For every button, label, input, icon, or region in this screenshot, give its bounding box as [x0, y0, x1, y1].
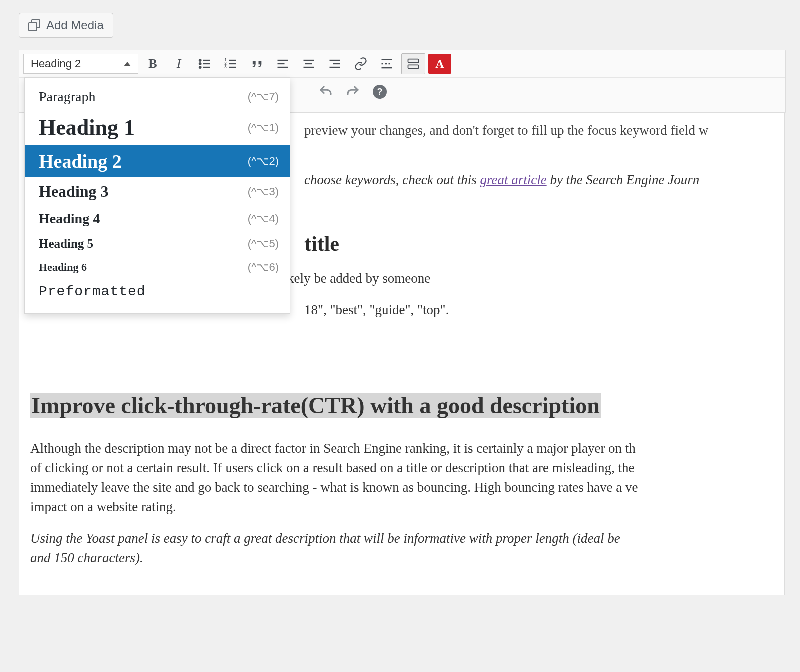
format-selector-value: Heading 2 — [31, 58, 81, 70]
blockquote-button[interactable] — [246, 54, 268, 74]
format-option-heading-1[interactable]: Heading 1 (^⌥1) — [25, 110, 290, 146]
text-color-button[interactable]: A — [428, 54, 452, 74]
editor-paragraph: impact on a website rating. — [30, 498, 774, 517]
format-option-shortcut: (^⌥6) — [248, 261, 279, 274]
svg-point-4 — [200, 66, 202, 68]
format-option-heading-4[interactable]: Heading 4 (^⌥4) — [25, 206, 290, 232]
format-option-heading-6[interactable]: Heading 6 (^⌥6) — [25, 256, 290, 279]
format-option-paragraph[interactable]: Paragraph (^⌥7) — [25, 84, 290, 110]
bold-button[interactable]: B — [142, 54, 164, 74]
format-option-label: Heading 4 — [39, 211, 100, 227]
svg-rect-24 — [408, 60, 419, 63]
editor-text-fragment: choose keywords, check out this great ar… — [304, 170, 774, 190]
link-button[interactable] — [350, 54, 372, 74]
italic-button[interactable]: I — [168, 54, 190, 74]
svg-point-2 — [200, 63, 202, 65]
editor-toolbar: Heading 2 B I 1 2 3 — [19, 50, 786, 113]
caret-up-icon — [124, 62, 131, 66]
format-option-shortcut: (^⌥3) — [248, 186, 279, 198]
format-option-label: Heading 3 — [39, 182, 109, 201]
format-selector[interactable]: Heading 2 — [24, 54, 138, 74]
toolbar-toggle-button[interactable] — [402, 54, 426, 74]
inline-link[interactable]: great article — [480, 172, 546, 188]
svg-text:3: 3 — [224, 65, 227, 70]
format-option-heading-3[interactable]: Heading 3 (^⌥3) — [25, 178, 290, 206]
editor-paragraph: immediately leave the site and go back t… — [30, 478, 774, 498]
format-option-heading-5[interactable]: Heading 5 (^⌥5) — [25, 232, 290, 256]
editor-text-fragment: 18", "best", "guide", "top". — [304, 300, 774, 320]
media-icon — [28, 20, 42, 32]
format-option-heading-2[interactable]: Heading 2 (^⌥2) — [25, 146, 290, 178]
help-icon: ? — [373, 85, 387, 99]
help-button[interactable]: ? — [368, 82, 392, 102]
format-option-shortcut: (^⌥5) — [248, 238, 279, 250]
add-media-label: Add Media — [46, 18, 104, 32]
format-option-shortcut: (^⌥1) — [248, 122, 279, 134]
format-dropdown: Paragraph (^⌥7) Heading 1 (^⌥1) Heading … — [24, 78, 290, 314]
redo-button[interactable] — [342, 82, 364, 102]
bullet-list-button[interactable] — [194, 54, 216, 74]
editor-heading-fragment: title — [304, 232, 774, 256]
format-option-preformatted[interactable]: Preformatted — [25, 279, 290, 304]
read-more-button[interactable] — [376, 54, 398, 74]
align-right-button[interactable] — [324, 54, 346, 74]
editor-paragraph-italic: Using the Yoast panel is easy to craft a… — [30, 529, 774, 548]
toolbar-row-1: Heading 2 B I 1 2 3 — [20, 50, 786, 78]
editor-paragraph-italic: and 150 characters). — [30, 548, 774, 568]
selected-heading-2: Improve click-through-rate(CTR) with a g… — [30, 393, 601, 418]
editor-paragraph: Although the description may not be a di… — [30, 439, 774, 458]
format-option-label: Paragraph — [39, 89, 96, 105]
svg-rect-25 — [408, 65, 419, 68]
format-option-shortcut: (^⌥7) — [248, 90, 279, 104]
format-option-label: Preformatted — [39, 284, 146, 300]
numbered-list-button[interactable]: 1 2 3 — [220, 54, 242, 74]
undo-button[interactable] — [314, 82, 338, 102]
format-option-label: Heading 2 — [39, 150, 122, 172]
editor-text-fragment: preview your changes, and don't forget t… — [304, 121, 774, 140]
format-option-shortcut: (^⌥2) — [248, 155, 279, 168]
align-left-button[interactable] — [272, 54, 294, 74]
format-option-label: Heading 5 — [39, 237, 94, 251]
editor-paragraph: of clicking or not a certain result. If … — [30, 458, 774, 478]
format-option-label: Heading 1 — [39, 115, 135, 140]
add-media-button[interactable]: Add Media — [19, 13, 114, 38]
format-option-shortcut: (^⌥4) — [248, 212, 279, 226]
align-center-button[interactable] — [298, 54, 320, 74]
format-option-label: Heading 6 — [39, 261, 87, 274]
svg-point-0 — [200, 60, 202, 62]
